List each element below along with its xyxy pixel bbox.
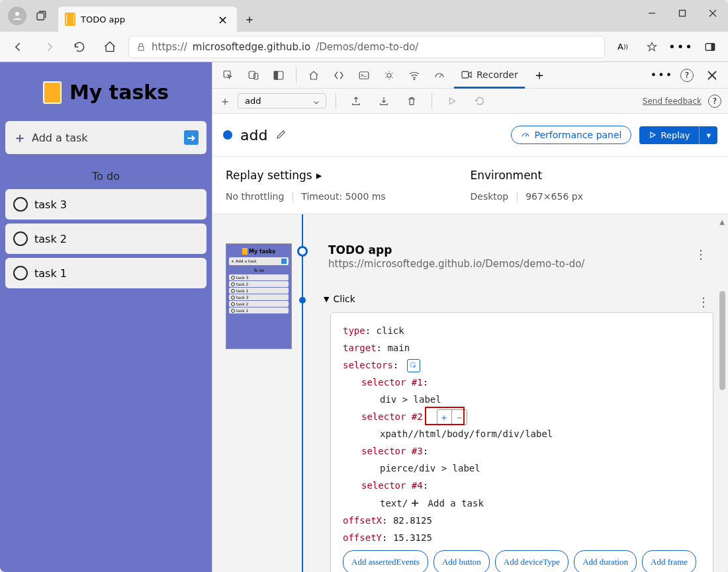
dock-icon[interactable] bbox=[268, 65, 289, 86]
prop-key: selector #3 bbox=[361, 446, 423, 456]
task-item[interactable]: task 2 bbox=[5, 224, 206, 254]
welcome-tab-icon[interactable] bbox=[303, 65, 324, 86]
performance-panel-button[interactable]: Performance panel bbox=[511, 126, 631, 144]
import-icon[interactable] bbox=[345, 91, 367, 112]
prop-value[interactable]: Add a task bbox=[428, 498, 484, 509]
prop-value[interactable]: pierce/div > label bbox=[380, 463, 480, 473]
replay-settings-toggle[interactable]: Replay settings ▸ bbox=[226, 169, 471, 182]
prop-value[interactable]: 82.8125 bbox=[393, 515, 432, 526]
selector-picker-icon[interactable] bbox=[407, 359, 420, 372]
settings-menu-icon[interactable]: ••• bbox=[670, 36, 692, 58]
read-aloud-icon[interactable]: A)) bbox=[612, 36, 634, 58]
add-property-chip[interactable]: Add frame bbox=[642, 550, 696, 572]
scroll-up-icon[interactable]: ▲ bbox=[717, 217, 727, 226]
caret-right-icon: ▸ bbox=[316, 169, 322, 182]
recorder-toolbar: ＋ add ⌵ Send feedback ? bbox=[212, 89, 728, 114]
forward-button[interactable] bbox=[37, 35, 61, 59]
network-tab-icon[interactable] bbox=[404, 65, 425, 86]
sources-tab-icon[interactable] bbox=[379, 65, 400, 86]
prop-value[interactable]: xpath//html/body/form/div/label bbox=[380, 429, 553, 439]
export-icon[interactable] bbox=[373, 91, 394, 112]
prop-value[interactable]: main bbox=[387, 343, 410, 353]
add-task-input[interactable]: ＋ Add a task ➜ bbox=[5, 121, 206, 154]
home-button[interactable] bbox=[98, 35, 122, 59]
url-input[interactable]: https://microsoftedge.github.io/Demos/de… bbox=[128, 36, 605, 58]
device-toggle-icon[interactable] bbox=[243, 65, 264, 86]
nav-step-title: TODO app bbox=[328, 243, 708, 257]
prop-key: offsetY bbox=[343, 532, 382, 543]
checkbox-icon[interactable] bbox=[13, 266, 28, 280]
delete-icon[interactable] bbox=[401, 91, 422, 112]
click-step-body: type: click target: main selectors: sele… bbox=[330, 312, 713, 572]
checkbox-icon[interactable] bbox=[13, 197, 28, 212]
timeline-node[interactable] bbox=[297, 246, 308, 257]
tab-close-icon[interactable]: × bbox=[215, 11, 230, 28]
click-step-toggle[interactable]: ▼ Click ⋮ bbox=[318, 290, 716, 308]
new-recording-icon[interactable]: ＋ bbox=[219, 93, 231, 109]
tab-actions-icon[interactable] bbox=[32, 7, 50, 25]
scroll-thumb[interactable] bbox=[719, 291, 725, 390]
plus-icon: ＋ bbox=[409, 494, 421, 511]
toolbar-help-icon[interactable]: ? bbox=[708, 95, 721, 108]
task-label: task 2 bbox=[34, 233, 67, 245]
recording-select-value: add bbox=[245, 96, 261, 106]
step-icon[interactable] bbox=[469, 91, 490, 112]
add-property-chip[interactable]: Add deviceType bbox=[495, 550, 569, 572]
prop-key: target bbox=[343, 343, 377, 353]
recorder-tab[interactable]: Recorder bbox=[454, 63, 525, 89]
submit-icon[interactable]: ➜ bbox=[184, 130, 199, 145]
svg-rect-20 bbox=[410, 363, 415, 368]
todo-section-header: To do bbox=[5, 166, 206, 189]
prop-value[interactable]: div > label bbox=[380, 394, 441, 405]
edit-name-icon[interactable] bbox=[275, 128, 287, 142]
prop-value[interactable]: click bbox=[377, 325, 404, 336]
task-label: task 1 bbox=[34, 267, 67, 280]
task-item[interactable]: task 1 bbox=[5, 258, 206, 288]
navigation-step[interactable]: TODO app https://microsoftedge.github.io… bbox=[328, 243, 708, 270]
elements-tab-icon[interactable] bbox=[328, 65, 349, 86]
checkbox-icon[interactable] bbox=[13, 231, 28, 246]
recording-select[interactable]: add ⌵ bbox=[238, 93, 326, 108]
back-button[interactable] bbox=[7, 35, 30, 59]
tab-title: TODO app bbox=[81, 15, 210, 24]
add-selector-icon[interactable]: ＋ bbox=[437, 410, 452, 425]
browser-tab-strip: TODO app × ＋ bbox=[0, 0, 728, 32]
send-feedback-link[interactable]: Send feedback bbox=[643, 97, 702, 106]
recording-header: add Performance panel Replay ▾ bbox=[212, 114, 728, 157]
replay-dropdown-icon[interactable]: ▾ bbox=[700, 126, 717, 144]
settings-row: Replay settings ▸ No throttling Timeout:… bbox=[212, 157, 728, 214]
prop-key: selector #1 bbox=[361, 377, 423, 388]
inspect-icon[interactable] bbox=[218, 65, 239, 86]
scrollbar[interactable]: ▲ bbox=[717, 217, 727, 569]
content-area: My tasks ＋ Add a task ➜ To do task 3 tas… bbox=[0, 62, 728, 572]
profile-icon[interactable] bbox=[8, 7, 26, 25]
prop-value[interactable]: 15.3125 bbox=[393, 532, 432, 543]
more-tabs-icon[interactable]: ＋ bbox=[529, 65, 550, 86]
task-item[interactable]: task 3 bbox=[5, 189, 206, 220]
performance-tab-icon[interactable] bbox=[429, 65, 450, 86]
click-step: ▼ Click ⋮ type: click target: main selec… bbox=[318, 290, 716, 572]
prop-key: selector #4 bbox=[361, 480, 423, 491]
add-property-chip[interactable]: Add button bbox=[433, 550, 490, 572]
replay-button[interactable]: Replay ▾ bbox=[639, 126, 717, 144]
favorite-icon[interactable] bbox=[641, 36, 663, 58]
browser-tab[interactable]: TODO app × bbox=[58, 7, 237, 32]
sidebar-toggle-icon[interactable] bbox=[699, 36, 721, 58]
reload-button[interactable] bbox=[68, 35, 91, 59]
remove-selector-icon[interactable]: － bbox=[452, 410, 467, 425]
maximize-button[interactable] bbox=[667, 0, 698, 26]
add-property-chip[interactable]: Add assertedEvents bbox=[343, 550, 428, 572]
add-property-chip[interactable]: Add duration bbox=[574, 550, 637, 572]
close-window-button[interactable] bbox=[698, 0, 728, 26]
prop-value[interactable]: text/ bbox=[380, 498, 408, 509]
play-icon[interactable] bbox=[441, 91, 463, 112]
devtools-menu-icon[interactable]: ••• bbox=[651, 65, 672, 86]
close-devtools-icon[interactable] bbox=[702, 65, 723, 86]
console-tab-icon[interactable] bbox=[353, 65, 375, 86]
help-icon[interactable]: ? bbox=[676, 65, 698, 86]
timeline-node-active[interactable] bbox=[299, 297, 306, 304]
step-menu-icon[interactable]: ⋮ bbox=[698, 295, 709, 309]
new-tab-button[interactable]: ＋ bbox=[237, 7, 262, 32]
minimize-button[interactable] bbox=[637, 0, 667, 26]
step-menu-icon[interactable]: ⋮ bbox=[695, 247, 707, 261]
